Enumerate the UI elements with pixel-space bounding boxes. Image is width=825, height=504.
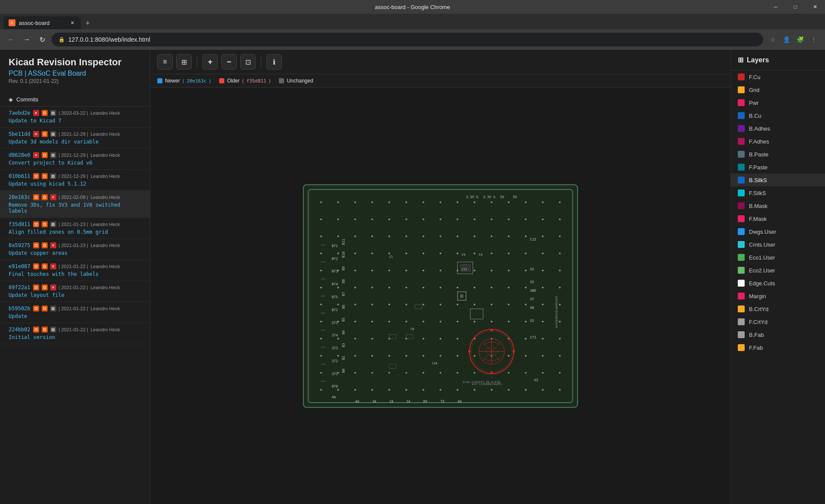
commit-hash: 7aebd2e <box>9 110 31 116</box>
svg-point-123 <box>354 338 356 339</box>
tab-close-button[interactable]: ✕ <box>69 19 76 26</box>
active-tab[interactable]: K assoc-board ✕ <box>3 16 81 29</box>
layer-item[interactable]: B.Fab <box>731 328 825 341</box>
commit-hash: b59502b <box>9 305 31 312</box>
pcb-viewer[interactable]: B11 B10 B9 B8 B7 B6 B5 B4 B3 B2 B0 BT1 B… <box>150 88 730 504</box>
layer-item[interactable]: F.Paste <box>731 161 825 174</box>
layer-item[interactable]: Eco1.User <box>731 251 825 264</box>
svg-point-34 <box>371 235 373 237</box>
commit-hash: 20e163c <box>9 194 31 200</box>
layer-item[interactable]: Margin <box>731 290 825 302</box>
profile-icon[interactable]: 👤 <box>780 34 792 46</box>
commit-item[interactable]: b59502b ⊡⊡▤ | 2021-01-22 | Leandro Heck … <box>0 302 150 323</box>
svg-point-23 <box>440 218 441 220</box>
commit-item[interactable]: 010b611 ⊡⊡▤ | 2021-12-29 | Leandro Heck … <box>0 170 150 191</box>
layer-item[interactable]: B.Paste <box>731 148 825 161</box>
svg-point-138 <box>354 354 356 356</box>
svg-point-117 <box>508 321 510 322</box>
svg-point-70 <box>474 269 475 271</box>
commit-item[interactable]: 20e163c ⊡⊡× | 2021-02-09 | Leandro Heck … <box>0 191 150 218</box>
svg-point-6 <box>406 201 407 203</box>
address-field[interactable]: 🔒 127.0.0.1:8080/web/index.html <box>52 33 763 46</box>
commit-item[interactable]: e91e087 ⊡⊡× | 2021-01-22 | Leandro Heck … <box>0 260 150 281</box>
legend-bar: Newer (20e163c) Older (f35d811) Unchange… <box>150 74 730 88</box>
commit-item[interactable]: 7aebd2e ×⊡▤ | 2023-03-22 | Leandro Heck … <box>0 107 150 128</box>
layer-item[interactable]: B.Mask <box>731 199 825 212</box>
svg-point-64 <box>371 269 373 271</box>
commit-badge: × <box>33 131 39 137</box>
layer-color-swatch <box>738 151 745 158</box>
svg-point-27 <box>508 218 510 220</box>
commit-item[interactable]: d0628e0 ×⊡▤ | 2021-12-29 | Leandro Heck … <box>0 149 150 170</box>
commit-item[interactable]: 224bb02 ⊡⊡▤ | 2021-01-22 | Leandro Heck … <box>0 323 150 344</box>
commit-badge: ▤ <box>50 152 56 158</box>
minimize-button[interactable]: ─ <box>766 0 785 14</box>
commit-item[interactable]: 0a59275 ⊡⊡× | 2021-01-23 | Leandro Heck … <box>0 239 150 260</box>
svg-text:C4: C4 <box>479 253 482 256</box>
zoom-in-button[interactable]: + <box>202 54 218 70</box>
new-tab-button[interactable]: + <box>82 17 94 29</box>
image-button[interactable]: ⊞ <box>176 54 192 70</box>
svg-point-139 <box>371 354 373 356</box>
layer-item[interactable]: F.Adhes <box>731 135 825 148</box>
layer-item[interactable]: Cmts.User <box>731 238 825 251</box>
forward-button[interactable]: → <box>21 34 33 46</box>
layer-item[interactable]: Pwr <box>731 96 825 109</box>
layer-name: Eco1.User <box>749 254 775 261</box>
svg-point-35 <box>388 235 390 237</box>
commit-hash: 89f22a1 <box>9 284 31 290</box>
layer-item[interactable]: F.Cu <box>731 70 825 83</box>
layer-item[interactable]: Dwgs.User <box>731 225 825 238</box>
layer-item[interactable]: Gnd <box>731 83 825 96</box>
layer-item[interactable]: Edge.Cuts <box>731 277 825 290</box>
adjust-button[interactable]: ≡ <box>157 54 173 70</box>
layer-item[interactable]: F.SilkS <box>731 186 825 199</box>
extension-icon[interactable]: 🧩 <box>794 34 806 46</box>
layer-item[interactable]: B.Adhes <box>731 122 825 135</box>
svg-point-56 <box>491 252 492 254</box>
svg-text:3.3V G: 3.3V G <box>466 195 479 199</box>
svg-point-241 <box>490 371 493 374</box>
layer-color-swatch <box>738 202 745 209</box>
close-button[interactable]: ✕ <box>805 0 825 14</box>
layer-color-swatch <box>738 73 745 80</box>
svg-point-242 <box>468 350 471 353</box>
svg-point-92 <box>337 303 339 305</box>
svg-point-75 <box>559 269 561 271</box>
commit-date: | 2021-12-29 | <box>59 153 88 158</box>
svg-point-122 <box>337 338 339 339</box>
svg-point-78 <box>354 287 356 288</box>
fit-button[interactable]: ⊡ <box>240 54 256 70</box>
layer-item[interactable]: F.CrtYd <box>731 315 825 328</box>
layer-color-swatch <box>738 267 745 274</box>
commit-author: Leandro Heck <box>91 174 120 179</box>
svg-point-30 <box>559 218 561 220</box>
commit-author: Leandro Heck <box>91 327 120 332</box>
layer-item[interactable]: F.Fab <box>731 341 825 354</box>
svg-point-44 <box>542 235 544 237</box>
menu-icon[interactable]: ⋮ <box>808 34 820 46</box>
svg-point-157 <box>422 372 424 373</box>
layer-item[interactable]: Eco2.User <box>731 264 825 277</box>
layers-list: F.Cu Gnd Pwr B.Cu B.Adhes F.Adhes B.Past… <box>731 70 825 504</box>
layer-item[interactable]: B.Cu <box>731 109 825 122</box>
restore-button[interactable]: □ <box>785 0 805 14</box>
commit-item[interactable]: 5be11dd ×⊡▤ | 2021-12-29 | Leandro Heck … <box>0 128 150 149</box>
svg-point-159 <box>457 372 458 373</box>
commit-item[interactable]: 89f22a1 ⊡⊡× | 2021-01-22 | Leandro Heck … <box>0 281 150 302</box>
layer-name: F.Cu <box>749 74 761 80</box>
info-button[interactable]: ℹ <box>266 54 282 70</box>
back-button[interactable]: ← <box>5 34 17 46</box>
commit-item[interactable]: f35d811 ⊡⊡▤ | 2021-01-23 | Leandro Heck … <box>0 218 150 239</box>
svg-text:B8: B8 <box>342 279 345 283</box>
svg-text:B9: B9 <box>342 266 345 270</box>
commit-meta: 20e163c ⊡⊡× | 2021-02-09 | Leandro Heck <box>9 194 141 200</box>
svg-text:0T0: 0T0 <box>332 385 338 388</box>
reload-button[interactable]: ↻ <box>36 34 48 46</box>
zoom-out-button[interactable]: − <box>221 54 237 70</box>
bookmark-icon[interactable]: ☆ <box>767 34 779 46</box>
layer-item[interactable]: F.Mask <box>731 212 825 225</box>
layer-item[interactable]: B.SilkS <box>731 174 825 186</box>
layer-item[interactable]: B.CrtYd <box>731 302 825 315</box>
svg-point-180 <box>559 389 561 391</box>
